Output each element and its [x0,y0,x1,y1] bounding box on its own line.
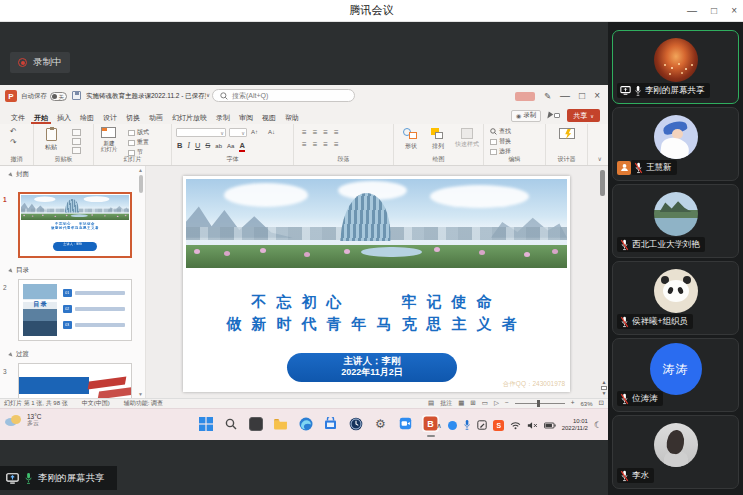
slide-panorama-image[interactable] [186,179,567,268]
scroll-up-icon[interactable]: ▲ [137,167,144,173]
slide-thumbnail-3[interactable] [18,363,132,398]
next-slide-button[interactable]: ▼ [602,391,607,396]
slide-thumbnail-1[interactable]: 不忘初心 牢记使命 做新时代青年马克思主义者 主讲人：李刚 [18,192,132,258]
start-button[interactable] [197,415,214,432]
tray-mic-icon[interactable] [463,419,471,431]
paragraph-icons-row2[interactable]: ≡ ≡ ≡ ≡ [302,140,339,149]
participant-tile[interactable]: 涛涛 位涛涛 [612,338,739,412]
font-size-select[interactable]: ∨ [229,128,247,137]
tab-record[interactable]: 录制 [213,112,233,124]
slide-sorter-button[interactable]: ⊞ [470,400,475,407]
arrange-button[interactable]: 排列 [426,128,450,151]
volume-muted-icon[interactable] [527,421,538,430]
meeting-app-icon[interactable] [397,415,414,432]
tab-transitions[interactable]: 切换 [123,112,143,124]
section-transition[interactable]: 过渡 [9,350,29,359]
notes-button[interactable]: 批注 [440,399,452,408]
scroll-down-icon[interactable]: ▼ [137,391,144,397]
designer-icon[interactable] [559,128,575,139]
tab-design[interactable]: 设计 [100,112,120,124]
slide-thumbnail-2[interactable]: 目 录 01 02 03 [18,279,132,341]
indent-icon[interactable]: ≡ [323,128,328,137]
scrollbar-thumb[interactable] [139,175,143,193]
participant-tile[interactable]: 王慧新 [612,107,739,181]
zoom-slider-knob[interactable] [537,400,540,407]
reset-button[interactable]: 重置 [128,138,149,147]
tab-home[interactable]: 开始 [31,112,51,124]
tray-expand-icon[interactable]: ∧ [437,422,442,429]
section-cover[interactable]: 封面 [9,170,29,179]
thumbnail-scrollbar[interactable]: ▲ ▼ [137,166,144,398]
tab-draw[interactable]: 绘图 [77,112,97,124]
notes-icon[interactable]: ▤ [428,400,434,407]
underline-button[interactable]: U [195,141,200,150]
accessibility-status[interactable]: 辅助功能: 调查 [124,399,163,408]
normal-view-button[interactable]: ▦ [458,400,464,407]
battery-icon[interactable] [544,422,556,429]
ppt-close-button[interactable]: × [594,91,600,101]
tab-file[interactable]: 文件 [8,112,28,124]
tab-view[interactable]: 视图 [259,112,279,124]
undo-icon[interactable]: ↶ [10,128,17,136]
new-slide-icon[interactable] [101,127,116,138]
align-left-icon[interactable]: ≡ [302,140,307,149]
numbering-icon[interactable]: ≡ [313,128,318,137]
search-input[interactable]: 搜索(Alt+Q) [212,89,355,102]
dark-window-icon[interactable] [247,415,264,432]
paragraph-icons-row1[interactable]: ≡ ≡ ≡ ≡ [302,128,339,137]
save-icon[interactable] [72,91,81,100]
font-color-button[interactable]: A [239,142,244,152]
tab-review[interactable]: 审阅 [236,112,256,124]
replace-button[interactable]: 替换 [490,137,511,146]
tray-pen-icon[interactable] [477,420,487,430]
align-center-icon[interactable]: ≡ [313,140,318,149]
edge-browser-icon[interactable] [297,415,314,432]
redo-icon[interactable]: ↷ [10,139,17,147]
slide-title-line2[interactable]: 做新时代青年马克思主义者 [183,316,570,331]
pen-icon[interactable]: ✎ [544,91,551,101]
settings-icon[interactable]: ⚙ [372,415,389,432]
align-right-icon[interactable]: ≡ [323,140,328,149]
new-slide-label[interactable]: 新建 幻灯片 [94,140,124,152]
tray-meeting-icon[interactable] [448,421,457,430]
ppt-maximize-button[interactable]: □ [579,91,585,101]
tab-slideshow[interactable]: 幻灯片放映 [169,112,210,124]
taskbar-search-icon[interactable] [222,415,239,432]
clock-app-icon[interactable] [347,415,364,432]
zoom-out-button[interactable]: − [505,400,509,407]
change-case-button[interactable]: Aa [227,143,234,149]
account-badge[interactable] [515,92,535,101]
share-button[interactable]: 共享 ∨ [567,109,600,122]
layout-button[interactable]: 版式 [128,128,149,137]
participant-tile[interactable]: 侯祥曦+组织员 [612,261,739,335]
zoom-in-button[interactable]: + [571,400,575,407]
cut-icon[interactable] [72,129,81,136]
current-slide[interactable]: 不忘初心 牢记使命 做新时代青年马克思主义者 主讲人：李刚 2022年11月2日… [183,176,570,392]
store-icon[interactable] [322,415,339,432]
zoom-slider[interactable] [515,403,565,404]
file-explorer-icon[interactable] [272,415,289,432]
shrink-font-icon[interactable]: A↓ [268,129,275,135]
shapes-button[interactable]: 形状 [398,128,424,151]
reading-view-button[interactable]: ▭ [482,400,488,407]
format-painter-icon[interactable] [72,147,81,154]
paste-icon[interactable] [46,128,57,141]
bold-button[interactable]: B [177,141,182,150]
filename-caret-icon[interactable]: ∨ [206,92,210,98]
ppt-minimize-button[interactable]: — [560,91,570,101]
taskbar-clock[interactable]: 10:01 2022/11/2 [562,418,588,432]
recording-indicator[interactable]: 录制中 [10,52,70,73]
columns-icon[interactable]: ≡ [334,140,339,149]
close-button[interactable]: × [731,6,737,16]
find-button[interactable]: 查找 [490,127,511,136]
autosave-toggle[interactable]: 关 [50,92,67,101]
minimize-button[interactable]: — [687,6,697,16]
sogou-input-icon[interactable]: S [493,420,504,431]
italic-button[interactable]: I [187,141,190,150]
fit-slide-button[interactable]: ⊡ [599,400,604,407]
font-name-select[interactable]: ∨ [176,128,226,137]
slideshow-button[interactable]: ▷ [494,400,499,407]
zoom-level[interactable]: 63% [581,401,593,407]
ribbon-collapse[interactable]: ∨ [588,124,608,165]
tab-help[interactable]: 帮助 [282,112,302,124]
